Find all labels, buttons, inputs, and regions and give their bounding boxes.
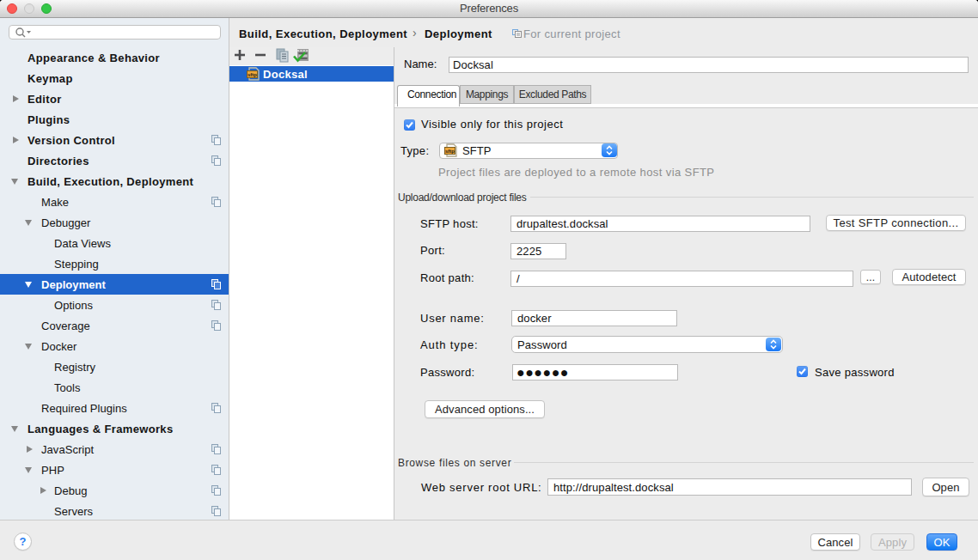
svg-text:sftp: sftp xyxy=(248,72,257,77)
svg-text:sftp: sftp xyxy=(445,149,455,154)
